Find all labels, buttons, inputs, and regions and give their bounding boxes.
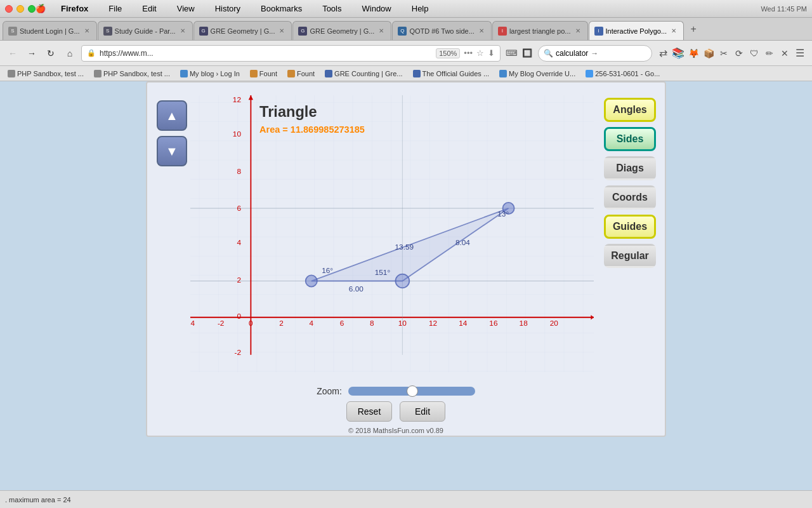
address-field[interactable]: 🔒 https://www.m... 150% ••• ☆ ⬇ (81, 45, 501, 62)
vertex-b[interactable] (395, 274, 409, 288)
status-text: . maximum area = 24 (5, 496, 71, 504)
screenshot-icon[interactable]: ✂ (717, 46, 731, 60)
edit-menu[interactable]: Edit (137, 3, 161, 15)
help-menu[interactable]: Help (407, 3, 434, 15)
svg-rect-0 (190, 95, 594, 372)
pencil-icon[interactable]: ✏ (763, 46, 776, 60)
reader-icon[interactable]: ⌨ (504, 46, 518, 60)
tab-qotd[interactable]: Q QOTD #6 Two side... ✕ (392, 21, 492, 40)
tab-interactive-polygon[interactable]: I Interactive Polygo... ✕ (589, 21, 684, 40)
refresh2-icon[interactable]: ⟳ (732, 46, 746, 60)
tab-close-1[interactable]: ✕ (82, 27, 91, 36)
tab-study-guide[interactable]: S Study Guide - Par... ✕ (98, 21, 193, 40)
tab-close-2[interactable]: ✕ (178, 27, 187, 36)
svg-text:8: 8 (237, 167, 241, 176)
bm-label-3: My blog › Log In (190, 70, 240, 77)
down-arrow-button[interactable]: ▼ (157, 136, 187, 166)
window-menu[interactable]: Window (357, 3, 396, 15)
bm-favicon-5 (287, 70, 295, 77)
bookmarks-menu[interactable]: Bookmarks (256, 3, 307, 15)
tab-favicon-1: S (8, 27, 17, 36)
zoom-badge: 150% (436, 48, 460, 58)
svg-text:14: 14 (459, 319, 468, 328)
refresh-button[interactable]: ↻ (43, 46, 58, 61)
svg-text:20: 20 (550, 319, 559, 328)
coords-button[interactable]: Coords (604, 185, 656, 210)
url-text: https://www.m... (100, 49, 432, 58)
search-icon: 🔍 (544, 49, 553, 58)
firefox-logo-icon[interactable]: 🦊 (686, 46, 700, 60)
maximize-button[interactable] (28, 5, 36, 13)
search-field[interactable]: 🔍 calculator → (538, 45, 652, 62)
bm-label-4: Fount (259, 70, 277, 77)
extensions-icon[interactable]: ☰ (793, 46, 807, 60)
home-button[interactable]: ⌂ (62, 46, 77, 61)
minimize-button[interactable] (16, 5, 24, 13)
svg-text:8.04: 8.04 (455, 238, 470, 247)
copyright-text: © 2018 MathsIsFun.com v0.89 (348, 427, 443, 434)
firefox-menu[interactable]: Firefox (56, 3, 93, 15)
back-button[interactable]: ← (5, 46, 20, 61)
bookmark-php-sandbox-2[interactable]: PHP Sandbox, test ... (91, 69, 173, 79)
diags-button[interactable]: Diags (604, 156, 656, 180)
file-menu[interactable]: File (103, 3, 127, 15)
reset-button[interactable]: Reset (346, 401, 392, 422)
new-tab-button[interactable]: + (684, 20, 702, 38)
zoom-slider[interactable] (348, 387, 475, 396)
close-button[interactable] (5, 5, 13, 13)
shield-icon[interactable]: 🛡 (747, 46, 761, 60)
bookmark-php-sandbox-1[interactable]: PHP Sandbox, test ... (5, 69, 86, 79)
sides-button[interactable]: Sides (604, 127, 656, 151)
bookmark-gre-counting[interactable]: GRE Counting | Gre... (322, 69, 405, 79)
regular-button[interactable]: Regular (604, 244, 656, 268)
forward-button[interactable]: → (24, 46, 39, 61)
bookmark-official-guides[interactable]: The Official Guides ... (410, 69, 492, 79)
library-icon[interactable]: 📚 (671, 46, 685, 60)
close2-icon[interactable]: ✕ (778, 46, 792, 60)
bookmark-blog-override[interactable]: My Blog Override U... (497, 69, 578, 79)
svg-text:10: 10 (233, 130, 242, 138)
guides-button[interactable]: Guides (604, 215, 656, 239)
svg-text:18: 18 (520, 319, 528, 328)
tab-student-login[interactable]: S Student Login | G... ✕ (3, 21, 97, 40)
tab-close-5[interactable]: ✕ (477, 27, 486, 36)
tab-close-3[interactable]: ✕ (277, 27, 286, 36)
svg-text:0: 0 (237, 312, 241, 321)
svg-text:6.00: 6.00 (349, 284, 363, 293)
angles-button[interactable]: Angles (604, 98, 656, 122)
tab-gre-geo-1[interactable]: G GRE Geometry | G... ✕ (193, 21, 292, 40)
bm-favicon-2 (94, 70, 102, 77)
zoom-thumb[interactable] (407, 385, 418, 397)
bookmark-fount-1[interactable]: Fount (247, 69, 280, 79)
history-menu[interactable]: History (210, 3, 246, 15)
bookmark-blog-login[interactable]: My blog › Log In (178, 69, 242, 79)
bookmark-star-icon[interactable]: ☆ (476, 48, 484, 58)
vertex-a[interactable] (306, 275, 317, 286)
tab-close-4[interactable]: ✕ (377, 27, 386, 36)
bookmark-phone[interactable]: 256-531-0601 - Go... (583, 69, 662, 79)
bm-label-8: My Blog Override U... (509, 70, 575, 77)
bm-favicon-9 (586, 70, 593, 77)
download-icon[interactable]: ⬇ (488, 48, 495, 58)
view-menu[interactable]: View (172, 3, 200, 15)
tools-menu[interactable]: Tools (317, 3, 346, 15)
edit-button[interactable]: Edit (400, 401, 445, 422)
up-arrow-button[interactable]: ▲ (157, 100, 187, 131)
tab-close-6[interactable]: ✕ (573, 27, 582, 36)
tab-close-7[interactable]: ✕ (669, 27, 678, 36)
vertex-c[interactable] (502, 203, 514, 214)
more-options-icon[interactable]: ••• (464, 48, 473, 58)
svg-text:6: 6 (237, 204, 241, 213)
tab-largest-triangle[interactable]: l largest triangle po... ✕ (492, 21, 588, 40)
svg-text:Area = 11.869985273185: Area = 11.869985273185 (259, 124, 365, 135)
sync-icon[interactable]: ⇄ (656, 46, 670, 60)
container-icon[interactable]: 🔲 (520, 46, 534, 60)
pocket-icon[interactable]: 📦 (702, 46, 716, 60)
right-controls: Angles Sides Diags Coords Guides Regular (604, 98, 660, 268)
tab-gre-geo-2[interactable]: G GRE Geometry | G... ✕ (292, 21, 391, 40)
lock-icon: 🔒 (87, 49, 96, 57)
bm-label-9: 256-531-0601 - Go... (595, 70, 660, 77)
polygon-tool: ▲ ▼ Angles Sides Diags Coords Guides Reg… (146, 81, 666, 437)
bookmark-fount-2[interactable]: Fount (285, 69, 317, 79)
apple-menu[interactable]: 🍎 (36, 4, 46, 13)
